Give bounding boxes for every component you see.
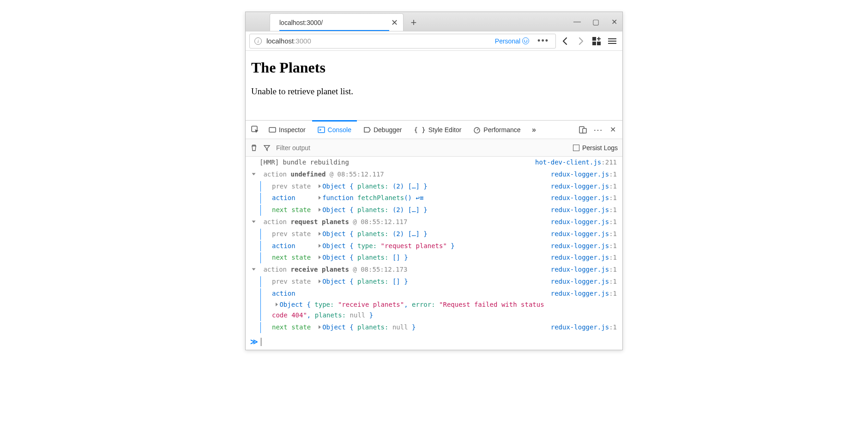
- console-icon: [318, 126, 325, 134]
- expand-icon[interactable]: [319, 325, 321, 329]
- log-source[interactable]: redux-logger.js:1: [545, 205, 617, 216]
- tab-inspector[interactable]: Inspector: [263, 121, 311, 139]
- expand-icon[interactable]: [319, 196, 321, 200]
- tab-performance[interactable]: Performance: [468, 121, 526, 139]
- log-source[interactable]: redux-logger.js:1: [545, 322, 617, 333]
- error-message: Unable to retrieve planet list.: [251, 86, 617, 97]
- log-source[interactable]: redux-logger.js:1: [545, 217, 617, 228]
- new-tab-button[interactable]: +: [406, 15, 421, 30]
- toolbar: i localhost:3000 Personal •••: [246, 31, 622, 51]
- log-line[interactable]: next state Object { planets: [] } redux-…: [246, 252, 622, 264]
- log-source[interactable]: redux-logger.js:1: [545, 169, 617, 180]
- log-source[interactable]: redux-logger.js:1: [545, 264, 617, 275]
- filter-icon[interactable]: [263, 144, 271, 152]
- expand-icon[interactable]: [276, 303, 278, 306]
- pick-element-icon[interactable]: [248, 123, 262, 137]
- log-line[interactable]: prev state Object { planets: (2) […] } r…: [246, 228, 622, 240]
- tab-debugger[interactable]: Debugger: [358, 121, 408, 139]
- log-line[interactable]: action Object { type: "receive planets",…: [246, 288, 622, 322]
- responsive-mode-icon[interactable]: [576, 123, 590, 137]
- tab-close-icon[interactable]: ✕: [390, 18, 398, 28]
- log-line[interactable]: action function fetchPlanets() ↩≡ redux-…: [246, 192, 622, 204]
- tab-console[interactable]: Console: [312, 121, 357, 139]
- address-bar[interactable]: i localhost:3000 Personal •••: [249, 34, 556, 49]
- apps-icon[interactable]: [590, 35, 603, 48]
- style-editor-icon: { }: [414, 126, 425, 134]
- devtools-panel: Inspector Console Debugger { } Style Edi…: [246, 120, 622, 350]
- console-filter-row: Persist Logs: [246, 139, 622, 157]
- log-source[interactable]: redux-logger.js:1: [545, 252, 617, 263]
- expand-icon[interactable]: [319, 244, 321, 248]
- tab-style-editor[interactable]: { } Style Editor: [408, 121, 467, 139]
- log-source[interactable]: redux-logger.js:1: [545, 229, 617, 240]
- log-line[interactable]: prev state Object { planets: [] } redux-…: [246, 276, 622, 288]
- svg-rect-5: [583, 128, 586, 133]
- log-line[interactable]: [HMR] bundle rebuilding hot-dev-client.j…: [246, 157, 622, 169]
- disclosure-triangle-icon[interactable]: [252, 173, 256, 175]
- svg-rect-1: [269, 128, 276, 132]
- url-text: localhost:3000: [266, 37, 490, 45]
- log-source[interactable]: redux-logger.js:1: [545, 181, 617, 192]
- devtools-close-button[interactable]: ✕: [606, 123, 620, 137]
- log-group-header[interactable]: action receive planets @ 08:55:12.173 re…: [246, 264, 622, 276]
- text-cursor: [261, 338, 261, 346]
- page-content: The Planets Unable to retrieve planet li…: [246, 51, 622, 120]
- inspector-icon: [269, 126, 276, 134]
- debugger-icon: [363, 126, 371, 134]
- tab-title: localhost:3000/: [279, 19, 390, 26]
- expand-icon[interactable]: [319, 208, 321, 212]
- checkbox-icon: [573, 145, 579, 151]
- console-log: [HMR] bundle rebuilding hot-dev-client.j…: [246, 157, 622, 350]
- log-line[interactable]: action Object { type: "request planets" …: [246, 240, 622, 252]
- page-title: The Planets: [251, 59, 617, 76]
- performance-icon: [473, 126, 481, 134]
- expand-icon[interactable]: [319, 255, 321, 259]
- forward-button[interactable]: [574, 35, 587, 48]
- console-input[interactable]: ≫: [246, 334, 622, 350]
- log-line[interactable]: next state Object { planets: (2) […] } r…: [246, 204, 622, 216]
- expand-icon[interactable]: [319, 280, 321, 283]
- window-controls: — ▢ ✕: [573, 12, 619, 31]
- expand-icon[interactable]: [319, 232, 321, 236]
- minimize-button[interactable]: —: [573, 18, 582, 26]
- devtools-menu-icon[interactable]: ⋯: [591, 123, 605, 137]
- log-source[interactable]: hot-dev-client.js:211: [530, 157, 617, 168]
- devtools-tabs: Inspector Console Debugger { } Style Edi…: [246, 121, 622, 139]
- persist-logs-checkbox[interactable]: Persist Logs: [573, 144, 618, 152]
- expand-icon[interactable]: [319, 184, 321, 188]
- back-button[interactable]: [559, 35, 572, 48]
- log-source[interactable]: redux-logger.js:1: [545, 241, 617, 252]
- log-line[interactable]: next state Object { planets: null } redu…: [246, 322, 622, 334]
- container-indicator[interactable]: Personal: [495, 37, 529, 45]
- log-group-header[interactable]: action undefined @ 08:55:12.117 redux-lo…: [246, 169, 622, 181]
- log-source[interactable]: redux-logger.js:1: [545, 193, 617, 204]
- menu-button[interactable]: [606, 35, 619, 48]
- log-group-header[interactable]: action request planets @ 08:55:12.117 re…: [246, 216, 622, 228]
- clear-console-icon[interactable]: [250, 144, 258, 152]
- page-actions-icon[interactable]: •••: [536, 36, 551, 46]
- hamburger-icon: [608, 38, 616, 44]
- titlebar: localhost:3000/ ✕ + — ▢ ✕: [246, 12, 622, 31]
- disclosure-triangle-icon[interactable]: [252, 220, 256, 223]
- log-line[interactable]: prev state Object { planets: (2) […] } r…: [246, 181, 622, 193]
- fingerprint-icon: [522, 37, 529, 44]
- filter-input[interactable]: [276, 144, 567, 152]
- info-icon[interactable]: i: [254, 37, 262, 45]
- close-window-button[interactable]: ✕: [609, 18, 619, 26]
- disclosure-triangle-icon[interactable]: [252, 268, 256, 271]
- prompt-icon: ≫: [250, 335, 258, 348]
- browser-window: localhost:3000/ ✕ + — ▢ ✕ i localhost:30…: [245, 12, 623, 350]
- maximize-button[interactable]: ▢: [591, 18, 600, 26]
- browser-tab[interactable]: localhost:3000/ ✕: [270, 13, 404, 31]
- tabs-overflow-button[interactable]: »: [527, 123, 541, 137]
- log-source[interactable]: redux-logger.js:1: [545, 276, 617, 287]
- log-source[interactable]: redux-logger.js:1: [545, 288, 617, 321]
